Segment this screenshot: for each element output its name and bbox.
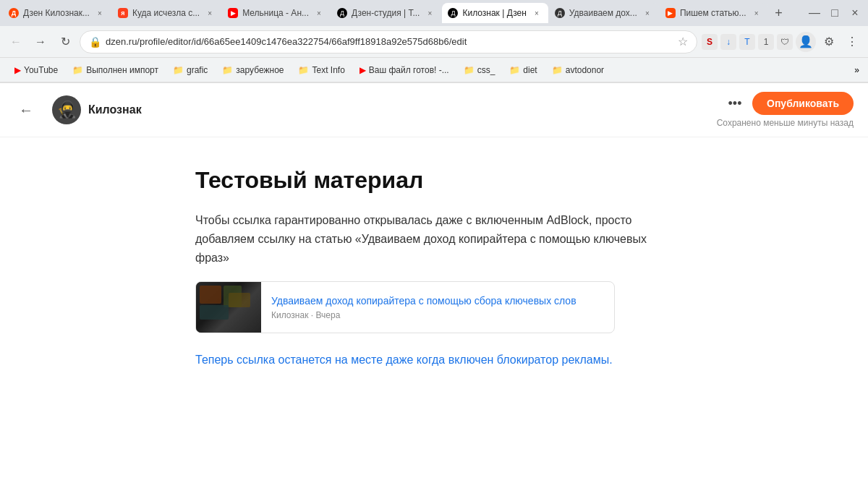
tab-favicon-2: я (118, 8, 128, 18)
address-bar[interactable]: 🔒 dzen.ru/profile/editor/id/66a65ee1409c… (80, 30, 697, 53)
article-title[interactable]: Тестовый материал (195, 166, 673, 194)
ext-s-icon[interactable]: S (702, 34, 718, 50)
reload-button[interactable]: ↻ (55, 32, 75, 52)
tab-close-5[interactable]: × (531, 7, 542, 19)
minimize-button[interactable]: — (804, 3, 825, 23)
channel-info: 🥷 Килознак (52, 95, 142, 124)
tab-label-5: Килознак | Дзен (462, 8, 526, 18)
article-paragraph-2: Теперь ссылка останется на месте даже ко… (195, 351, 673, 369)
bookmark-import[interactable]: 📁 Выполнен импорт (67, 63, 164, 77)
folder-icon-7: 📁 (552, 65, 563, 75)
bookmark-zarubezhnoe[interactable]: 📁 зарубежное (216, 63, 289, 77)
tab-label-6: Удваиваем дох... (569, 8, 637, 18)
folder-icon-1: 📁 (72, 65, 83, 75)
bookmark-star-icon[interactable]: ☆ (678, 35, 688, 48)
link-card-thumbnail (196, 282, 261, 333)
extension-icons: S ↓ T 1 🛡 👤 ⚙ ⋮ (702, 32, 862, 52)
tab-label-4: Дзен-студия | Т... (352, 8, 420, 18)
url-text: dzen.ru/profile/editor/id/66a65ee1409c14… (106, 36, 673, 47)
tab-favicon-1: Д (9, 8, 19, 18)
tab-kiloznak-dzen[interactable]: Д Килознак | Дзен × (442, 3, 548, 23)
ext-translate-icon[interactable]: T (739, 34, 755, 50)
tab-favicon-7: ▶ (665, 8, 676, 18)
tab-bar: Д Дзен Килознак... × я Куда исчезла с...… (0, 0, 868, 26)
folder-icon-3: 📁 (222, 65, 233, 75)
folder-icon-2: 📁 (173, 65, 184, 75)
channel-avatar: 🥷 (52, 95, 81, 124)
folder-icon-5: 📁 (464, 65, 475, 75)
tab-close-7[interactable]: × (751, 7, 762, 19)
tab-label-3: Мельница - Ан... (242, 8, 309, 18)
forward-nav-button[interactable]: → (30, 32, 51, 52)
tab-label-1: Дзен Килознак... (23, 8, 90, 18)
youtube-bookmark-icon: ▶ (14, 65, 21, 75)
browser-chrome: Д Дзен Килознак... × я Куда исчезла с...… (0, 0, 868, 83)
bookmark-label-import: Выполнен импорт (86, 65, 158, 75)
tab-label-2: Куда исчезла с... (132, 8, 200, 18)
link-card-image (196, 282, 261, 333)
tab-pishem[interactable]: ▶ Пишем статью... × (660, 3, 768, 23)
tab-favicon-4: Д (337, 8, 347, 18)
new-tab-button[interactable]: + (769, 3, 789, 23)
folder-icon-6: 📁 (509, 65, 520, 75)
bookmark-label-diet: diet (523, 65, 537, 75)
tab-close-3[interactable]: × (313, 7, 325, 19)
tab-close-6[interactable]: × (642, 7, 653, 19)
bookmark-diet[interactable]: 📁 diet (503, 63, 542, 77)
browser-menu-button[interactable]: ⋮ (842, 32, 862, 52)
bookmark-label-zarubezhnoe: зарубежное (236, 65, 284, 75)
tab-label-7: Пишем статью... (680, 8, 746, 18)
bookmark-label-css: css_ (477, 65, 495, 75)
extensions-button[interactable]: ⚙ (819, 32, 839, 52)
ext-shield-icon[interactable]: 🛡 (777, 34, 793, 50)
tab-close-2[interactable]: × (204, 7, 216, 19)
bookmark-label-grafic: grafic (187, 65, 208, 75)
browser-controls: ← → ↻ 🔒 dzen.ru/profile/editor/id/66a65e… (0, 26, 868, 58)
ext-1-icon[interactable]: 1 (758, 34, 774, 50)
tab-udvaivayem[interactable]: Д Удваиваем дох... × (549, 3, 659, 23)
bookmark-label-text-info: Text Info (312, 65, 344, 75)
tab-kuda[interactable]: я Куда исчезла с... × (112, 3, 221, 23)
link-card-content: Удваиваем доход копирайтера с помощью сб… (261, 282, 587, 333)
channel-name: Килознак (88, 103, 142, 116)
bookmark-label-vash-fail: Ваш файл готов! -... (369, 65, 449, 75)
bookmark-youtube[interactable]: ▶ YouTube (9, 63, 64, 77)
article-paragraph-1: Чтобы ссылка гарантированно открывалась … (195, 211, 673, 267)
tab-close-1[interactable]: × (94, 7, 106, 19)
header-actions: ••• Опубликовать (723, 92, 854, 115)
more-options-button[interactable]: ••• (723, 92, 746, 115)
article-body: Тестовый материал Чтобы ссылка гарантиро… (181, 137, 687, 413)
editor-header: ← 🥷 Килознак ••• Опубликовать Сохранено … (0, 83, 868, 137)
tab-close-4[interactable]: × (424, 7, 435, 19)
tab-favicon-3: ▶ (228, 8, 238, 18)
link-card-meta: Килознак · Вчера (271, 310, 576, 320)
folder-icon-4: 📁 (298, 65, 309, 75)
tab-dzen-kiloznak[interactable]: Д Дзен Килознак... × (3, 3, 111, 23)
bookmark-label-avtodonor: avtodonor (566, 65, 604, 75)
bookmarks-bar: ▶ YouTube 📁 Выполнен импорт 📁 grafic 📁 з… (0, 58, 868, 82)
profile-icon[interactable]: 👤 (796, 32, 816, 52)
link-card[interactable]: Удваиваем доход копирайтера с помощью сб… (195, 281, 615, 333)
tab-dzen-studio[interactable]: Д Дзен-студия | Т... × (331, 3, 441, 23)
close-browser-button[interactable]: × (845, 3, 865, 23)
tab-melnitsa[interactable]: ▶ Мельница - Ан... × (222, 3, 331, 23)
bookmark-text-info[interactable]: 📁 Text Info (292, 63, 350, 77)
bookmarks-more[interactable]: » (854, 65, 859, 75)
tab-favicon-5: Д (448, 8, 458, 18)
saved-status-text: Сохранено меньше минуты назад (717, 118, 854, 128)
publish-button[interactable]: Опубликовать (752, 92, 854, 115)
back-nav-button[interactable]: ← (6, 32, 26, 52)
bookmark-vash-fail[interactable]: ▶ Ваш файл готов! -... (354, 63, 455, 77)
tab-favicon-6: Д (555, 8, 565, 18)
header-right: ••• Опубликовать Сохранено меньше минуты… (717, 92, 854, 128)
link-card-title: Удваиваем доход копирайтера с помощью сб… (271, 294, 576, 307)
yt-icon-2: ▶ (359, 65, 366, 75)
bookmark-avtodonor[interactable]: 📁 avtodonor (546, 63, 610, 77)
maximize-button[interactable]: □ (825, 3, 845, 23)
bookmark-label-youtube: YouTube (24, 65, 58, 75)
back-button[interactable]: ← (14, 98, 38, 121)
bookmark-grafic[interactable]: 📁 grafic (167, 63, 213, 77)
ext-download-icon[interactable]: ↓ (720, 34, 736, 50)
page-content: ← 🥷 Килознак ••• Опубликовать Сохранено … (0, 83, 868, 488)
bookmark-css[interactable]: 📁 css_ (458, 63, 501, 77)
